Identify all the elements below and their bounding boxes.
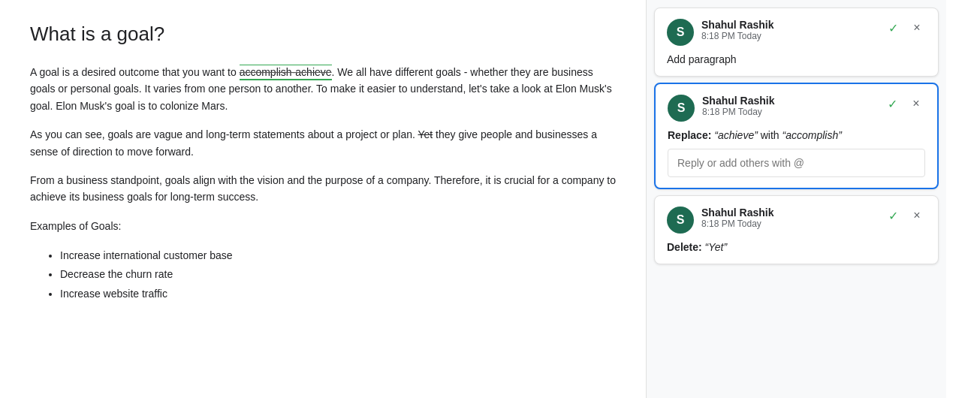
username-1: Shahul Rashik	[701, 19, 884, 31]
comment-actions-2: ✓ ×	[883, 95, 925, 113]
highlighted-phrase: accomplish-achieve	[240, 65, 332, 80]
replace-from: “achieve”	[714, 129, 758, 141]
username-2: Shahul Rashik	[702, 95, 883, 107]
para2-before: As you can see, goals are vague and long…	[30, 128, 418, 140]
user-info-1: Shahul Rashik 8:18 PM Today	[701, 19, 884, 41]
timestamp-3: 8:18 PM Today	[701, 219, 884, 229]
timestamp-1: 8:18 PM Today	[701, 31, 884, 41]
comment-body-3: Delete: “Yet”	[667, 241, 926, 253]
resolve-button-3[interactable]: ✓	[884, 207, 902, 225]
comment-card-2: S Shahul Rashik 8:18 PM Today ✓ × Replac…	[654, 83, 939, 189]
delete-text: “Yet”	[705, 241, 728, 253]
comments-sidebar: S Shahul Rashik 8:18 PM Today ✓ × Add pa…	[646, 0, 946, 398]
user-info-3: Shahul Rashik 8:18 PM Today	[701, 207, 884, 229]
para1-before: A goal is a desired outcome that you wan…	[30, 66, 240, 78]
comment-header-2: S Shahul Rashik 8:18 PM Today ✓ ×	[668, 95, 925, 122]
reply-input[interactable]	[668, 149, 925, 177]
comment-body-1: Add paragraph	[667, 53, 926, 65]
delete-label: Delete:	[667, 241, 705, 253]
paragraph-3: From a business standpoint, goals align …	[30, 172, 616, 206]
comment-body-2: Replace: “achieve” with “accomplish”	[668, 129, 925, 141]
close-button-1[interactable]: ×	[908, 19, 926, 37]
avatar-3: S	[667, 207, 694, 234]
replace-to: “accomplish”	[782, 129, 842, 141]
close-button-2[interactable]: ×	[907, 95, 925, 113]
list-item: Increase international customer base	[60, 246, 616, 265]
comment-header-3: S Shahul Rashik 8:18 PM Today ✓ ×	[667, 207, 926, 234]
comment-card-3: S Shahul Rashik 8:18 PM Today ✓ × Delete…	[654, 195, 939, 264]
list-item: Decrease the churn rate	[60, 265, 616, 284]
user-info-2: Shahul Rashik 8:18 PM Today	[702, 95, 883, 117]
resolve-button-1[interactable]: ✓	[884, 19, 902, 37]
strikethrough-text: Yet	[418, 128, 433, 140]
paragraph-4: Examples of Goals:	[30, 218, 616, 234]
page-title: What is a goal?	[30, 23, 616, 46]
comment-header-1: S Shahul Rashik 8:18 PM Today ✓ ×	[667, 19, 926, 46]
avatar-1: S	[667, 19, 694, 46]
bullet-list: Increase international customer base Dec…	[60, 246, 616, 303]
document-content: What is a goal? A goal is a desired outc…	[0, 0, 646, 398]
paragraph-1: A goal is a desired outcome that you wan…	[30, 64, 616, 114]
close-button-3[interactable]: ×	[908, 207, 926, 225]
username-3: Shahul Rashik	[701, 207, 884, 219]
comment-card-1: S Shahul Rashik 8:18 PM Today ✓ × Add pa…	[654, 8, 939, 77]
paragraph-2: As you can see, goals are vague and long…	[30, 126, 616, 160]
replace-label: Replace:	[668, 129, 714, 141]
comment-actions-3: ✓ ×	[884, 207, 926, 225]
list-item: Increase website traffic	[60, 285, 616, 303]
resolve-button-2[interactable]: ✓	[883, 95, 901, 113]
comment-actions-1: ✓ ×	[884, 19, 926, 37]
timestamp-2: 8:18 PM Today	[702, 107, 883, 117]
avatar-2: S	[668, 95, 695, 122]
